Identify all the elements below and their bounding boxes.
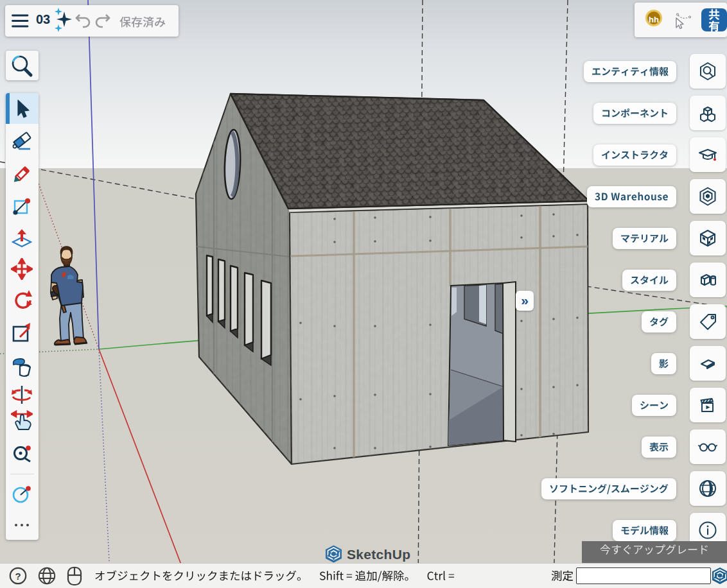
svg-text:SketchUp: SketchUp (347, 547, 410, 562)
svg-text:?: ? (15, 571, 21, 582)
